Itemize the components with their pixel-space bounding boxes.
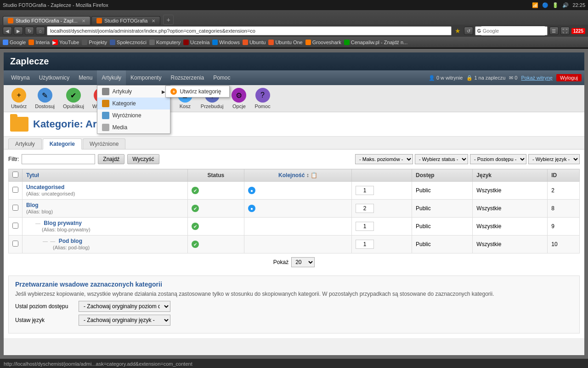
bookmark-uczelnia[interactable]: Uczelnia [183, 40, 209, 45]
status-select[interactable]: - Wybierz status - [415, 154, 468, 164]
logout-button[interactable]: Wyloguj [556, 74, 582, 81]
tab-wyroznione[interactable]: Wyróżnione [83, 138, 125, 149]
reload-button[interactable]: ↻ [25, 27, 34, 35]
clear-button[interactable]: Wyczyść [127, 154, 159, 164]
access-select[interactable]: - Poziom dostępu - [470, 154, 526, 164]
row-access-col: Public [412, 182, 472, 200]
kolejnosc-sort-link[interactable]: Kolejność [278, 172, 305, 178]
bookmark-youtube[interactable]: ▶ YouTube [52, 40, 79, 45]
show-select[interactable]: 20 50 100 [291, 257, 315, 267]
status-published-icon[interactable]: ✔ [192, 241, 199, 248]
th-id: ID [548, 169, 580, 182]
bookmark-interia[interactable]: Interia [28, 40, 50, 45]
th-dostep: Dostęp [412, 169, 472, 182]
nav-menu[interactable]: Menu [74, 70, 97, 85]
batch-access-label: Ustal poziom dostępu [15, 303, 75, 310]
fullscreen-button[interactable]: ⛶ [560, 27, 570, 35]
bookmark-ubuntuone[interactable]: Ubuntu One [268, 40, 302, 45]
row-checkbox[interactable] [12, 187, 18, 193]
bookmark-komputery[interactable]: Komputery [149, 40, 181, 45]
toolbar-btn-opcje[interactable]: ⚙ Opcje [229, 87, 249, 110]
bookmark-projekty[interactable]: Projekty [82, 40, 107, 45]
settings-button[interactable]: ☰ [549, 27, 559, 35]
row-id-col: 10 [548, 236, 580, 253]
bookmark-star[interactable]: ★ [453, 27, 462, 34]
home-button[interactable]: ⌂ [36, 27, 45, 35]
refresh-button[interactable]: ↺ [464, 27, 473, 35]
order-input[interactable] [356, 222, 374, 231]
bookmark-ubuntu[interactable]: Ubuntu [243, 40, 266, 45]
submenu-item-utworz-kategorie[interactable]: + Utwórz kategorię [166, 86, 229, 97]
nav-artykuly[interactable]: Artykuły Artykuły ▶ Kategorie Wyróżnione [97, 70, 126, 85]
dropdown-item-wyroznione[interactable]: Wyróżnione [97, 109, 170, 121]
new-tab-button[interactable]: + [163, 15, 173, 25]
row-title-link[interactable]: Uncategorised [26, 184, 64, 190]
table-row: Blog (Alias: blog) ✔ ● Public [9, 200, 580, 218]
order-input[interactable] [356, 240, 374, 249]
find-button[interactable]: Znajdź [98, 154, 124, 164]
status-blue-icon[interactable]: ● [248, 205, 255, 212]
bookmark-windows[interactable]: Windows [212, 40, 240, 45]
search-input[interactable] [481, 26, 545, 35]
tab-artykuly[interactable]: Artykuły [8, 138, 42, 149]
bookmark-grooveshark[interactable]: Grooveshark [305, 40, 341, 45]
topnav-right: 👤 0 w witrynie 🔒 1 na zapleczu ✉ 0 Pokaż… [429, 74, 582, 81]
th-empty [352, 169, 412, 182]
row-title-col: — — Pod blog (Alias: pod-blog) [23, 236, 188, 253]
nav-pomoc[interactable]: Pomoc [209, 70, 235, 85]
row-title-link[interactable]: Pod blog [59, 238, 82, 244]
row-title-col: Blog (Alias: blog) [23, 200, 188, 218]
browser-tab-active[interactable]: Studio FOTOGrafia - Zapl... ✕ [3, 16, 90, 25]
forward-button[interactable]: ▶ [14, 27, 23, 35]
nav-uzytkownicy[interactable]: Użytkownicy [34, 70, 74, 85]
order-input[interactable] [356, 186, 374, 195]
status-published-icon[interactable]: ✔ [192, 205, 199, 212]
nav-witryna[interactable]: Witryna [6, 70, 34, 85]
tab-close-inactive[interactable]: ✕ [152, 18, 155, 23]
toolbar-btn-opublikuj[interactable]: ✔ Opublikuj [60, 87, 87, 110]
batch-access-select[interactable]: - Zachowaj oryginalny poziom dostępu - [79, 301, 170, 312]
bookmark-cenapaliw[interactable]: Cenapaliw.pl - Znajdź n... [344, 40, 408, 45]
row-access-col: Public [412, 200, 472, 218]
nav-rozszerzenia[interactable]: Rozszerzenia [166, 70, 209, 85]
bookmark-spolecznosci[interactable]: Społeczności [110, 40, 147, 45]
row-checkbox[interactable] [12, 223, 18, 229]
toolbar-btn-dostosuj[interactable]: ✎ Dostosuj [32, 87, 57, 110]
messages-count: ✉ 0 [509, 75, 517, 81]
row-title-link[interactable]: Blog [26, 202, 39, 208]
toolbar-label-dostosuj: Dostosuj [35, 104, 55, 109]
select-all-checkbox[interactable] [12, 172, 18, 178]
dropdown-item-media[interactable]: Media [97, 121, 170, 133]
toolbar-btn-pomoc[interactable]: ? Pomoc [252, 87, 273, 110]
row-checkbox[interactable] [12, 241, 18, 247]
status-published-icon[interactable]: ✔ [192, 187, 199, 194]
tytul-sort-link[interactable]: Tytuł [26, 172, 39, 178]
dropdown-item-artykuly[interactable]: Artykuły ▶ [97, 86, 170, 98]
bookmark-icon-spolecznosci [110, 40, 115, 45]
battery-icon: 🔋 [552, 2, 559, 8]
dropdown-icon-artykuly [102, 88, 109, 95]
show-site-link[interactable]: Pokaż witrynę [521, 75, 552, 80]
row-checkbox[interactable] [12, 205, 18, 211]
volume-icon: 🔊 [562, 2, 569, 8]
browser-tab-inactive[interactable]: Studio FOTOGrafia ✕ [91, 16, 161, 25]
dropdown-item-kategorie[interactable]: Kategorie [97, 98, 170, 109]
language-select[interactable]: - Wybierz język - [528, 154, 580, 164]
order-input[interactable] [356, 204, 374, 213]
back-button[interactable]: ◀ [3, 27, 12, 35]
dropdown-icon-kategorie [102, 100, 109, 107]
th-tytul: Tytuł [23, 169, 188, 182]
address-input[interactable] [47, 26, 452, 35]
levels-select[interactable]: - Maks. poziomów - [355, 154, 413, 164]
batch-language-select[interactable]: - Zachowaj oryginalny język - [79, 315, 170, 326]
tab-close-active[interactable]: ✕ [82, 18, 85, 23]
nav-komponenty[interactable]: Komponenty [126, 70, 166, 85]
toolbar-btn-utworz[interactable]: + Utwórz [8, 87, 29, 110]
filter-input[interactable] [22, 154, 95, 164]
status-published-icon[interactable]: ✔ [192, 223, 199, 230]
status-blue-icon[interactable]: ● [248, 187, 255, 194]
dropdown-label-kategorie: Kategorie [112, 100, 136, 107]
bookmark-google[interactable]: Google [3, 40, 26, 45]
row-title-link[interactable]: Blog prywatny [44, 220, 82, 226]
tab-kategorie[interactable]: Kategorie [43, 138, 82, 150]
